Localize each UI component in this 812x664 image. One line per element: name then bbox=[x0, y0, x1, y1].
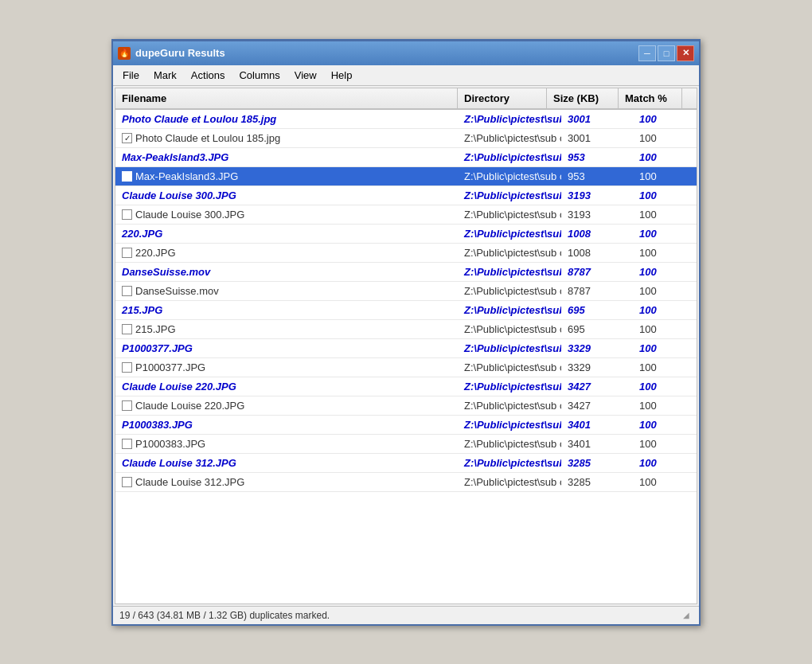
cell-filename: P1000377.JPG bbox=[115, 358, 458, 377]
cell-match: 100 bbox=[633, 320, 697, 338]
cell-directory: Z:\Public\pictest\sub copy bbox=[458, 358, 561, 377]
cell-filename: 220.JPG bbox=[115, 244, 458, 262]
cell-size: 8787 bbox=[561, 282, 633, 300]
table-row[interactable]: Max-PeakIsland3.JPG Z:\Public\pictest\su… bbox=[115, 148, 697, 167]
menu-view[interactable]: View bbox=[288, 67, 323, 84]
table-header: Filename Directory Size (KB) Match % bbox=[115, 88, 697, 110]
row-checkbox[interactable] bbox=[122, 324, 132, 334]
cell-filename: Claude Louise 312.JPG bbox=[115, 473, 458, 491]
cell-directory: Z:\Public\pictest\sub copy bbox=[458, 167, 561, 186]
cell-match: 100 bbox=[633, 110, 697, 128]
table-body[interactable]: Photo Claude et Loulou 185.jpg Z:\Public… bbox=[115, 110, 697, 603]
close-button[interactable]: ✕ bbox=[677, 45, 694, 61]
cell-size: 953 bbox=[561, 148, 633, 166]
cell-size: 3285 bbox=[561, 473, 633, 491]
cell-size: 1008 bbox=[561, 244, 633, 262]
col-header-match[interactable]: Match % bbox=[619, 88, 682, 108]
table-row[interactable]: 215.JPG Z:\Public\pictest\sub copy 695 1… bbox=[115, 320, 697, 339]
row-checkbox[interactable] bbox=[122, 362, 132, 373]
table-row[interactable]: Claude Louise 300.JPG Z:\Public\pictest\… bbox=[115, 186, 697, 205]
cell-size: 3401 bbox=[561, 435, 633, 453]
cell-directory: Z:\Public\pictest\sub bbox=[458, 110, 561, 128]
table-row[interactable]: 215.JPG Z:\Public\pictest\sub 695 100 bbox=[115, 301, 697, 320]
row-checkbox[interactable] bbox=[122, 439, 132, 449]
col-header-filename[interactable]: Filename bbox=[115, 88, 458, 108]
app-icon: 🔥 bbox=[118, 47, 131, 60]
table-row[interactable]: Photo Claude et Loulou 185.jpg Z:\Public… bbox=[115, 129, 697, 148]
menu-columns[interactable]: Columns bbox=[232, 67, 286, 84]
col-header-size[interactable]: Size (KB) bbox=[547, 88, 619, 108]
table-row[interactable]: Max-PeakIsland3.JPG Z:\Public\pictest\su… bbox=[115, 167, 697, 186]
cell-match: 100 bbox=[633, 435, 697, 453]
row-checkbox[interactable] bbox=[122, 248, 132, 258]
cell-size: 8787 bbox=[561, 263, 633, 281]
table-row[interactable]: Claude Louise 300.JPG Z:\Public\pictest\… bbox=[115, 205, 697, 225]
cell-filename: P1000383.JPG bbox=[115, 435, 458, 453]
cell-match: 100 bbox=[633, 129, 697, 147]
cell-match: 100 bbox=[633, 225, 697, 243]
cell-filename: Photo Claude et Loulou 185.jpg bbox=[115, 129, 458, 147]
cell-directory: Z:\Public\pictest\sub bbox=[458, 186, 561, 205]
menu-mark[interactable]: Mark bbox=[147, 67, 183, 84]
row-checkbox[interactable] bbox=[122, 477, 132, 487]
menu-actions[interactable]: Actions bbox=[185, 67, 232, 84]
cell-filename: Max-PeakIsland3.JPG bbox=[115, 148, 458, 166]
cell-directory: Z:\Public\pictest\sub copy bbox=[458, 320, 561, 338]
cell-directory: Z:\Public\pictest\sub bbox=[458, 339, 561, 357]
table-row[interactable]: Photo Claude et Loulou 185.jpg Z:\Public… bbox=[115, 110, 697, 129]
cell-match: 100 bbox=[633, 244, 697, 262]
cell-size: 3329 bbox=[561, 339, 633, 357]
status-bar: 19 / 643 (34.81 MB / 1.32 GB) duplicates… bbox=[113, 606, 699, 624]
title-bar-left: 🔥 dupeGuru Results bbox=[118, 47, 225, 60]
table-row[interactable]: Claude Louise 312.JPG Z:\Public\pictest\… bbox=[115, 454, 697, 473]
table-row[interactable]: P1000377.JPG Z:\Public\pictest\sub 3329 … bbox=[115, 339, 697, 358]
menu-file[interactable]: File bbox=[116, 67, 146, 84]
row-checkbox[interactable] bbox=[122, 286, 132, 296]
cell-filename: Claude Louise 220.JPG bbox=[115, 377, 458, 396]
cell-size: 953 bbox=[561, 167, 633, 186]
cell-size: 3427 bbox=[561, 396, 633, 415]
cell-filename: Claude Louise 220.JPG bbox=[115, 396, 458, 415]
cell-filename: Claude Louise 300.JPG bbox=[115, 186, 458, 205]
table-row[interactable]: P1000383.JPG Z:\Public\pictest\sub 3401 … bbox=[115, 416, 697, 435]
cell-match: 100 bbox=[633, 186, 697, 205]
table-row[interactable]: DanseSuisse.mov Z:\Public\pictest\sub co… bbox=[115, 282, 697, 301]
cell-match: 100 bbox=[633, 282, 697, 300]
table-row[interactable]: Claude Louise 312.JPG Z:\Public\pictest\… bbox=[115, 473, 697, 492]
cell-filename: Claude Louise 312.JPG bbox=[115, 454, 458, 472]
table-row[interactable]: Claude Louise 220.JPG Z:\Public\pictest\… bbox=[115, 396, 697, 416]
table-row[interactable]: 220.JPG Z:\Public\pictest\sub 1008 100 bbox=[115, 225, 697, 244]
row-checkbox[interactable] bbox=[122, 209, 132, 220]
cell-directory: Z:\Public\pictest\sub bbox=[458, 301, 561, 319]
cell-directory: Z:\Public\pictest\sub copy bbox=[458, 244, 561, 262]
table-row[interactable]: Claude Louise 220.JPG Z:\Public\pictest\… bbox=[115, 377, 697, 396]
cell-size: 3329 bbox=[561, 358, 633, 377]
cell-size: 3427 bbox=[561, 377, 633, 396]
window-title: dupeGuru Results bbox=[135, 47, 225, 59]
table-row[interactable]: P1000383.JPG Z:\Public\pictest\sub copy … bbox=[115, 435, 697, 454]
table-row[interactable]: P1000377.JPG Z:\Public\pictest\sub copy … bbox=[115, 358, 697, 377]
cell-match: 100 bbox=[633, 167, 697, 186]
cell-directory: Z:\Public\pictest\sub copy bbox=[458, 129, 561, 147]
row-checkbox[interactable] bbox=[122, 133, 132, 143]
menu-help[interactable]: Help bbox=[325, 67, 359, 84]
cell-match: 100 bbox=[633, 339, 697, 357]
cell-filename: DanseSuisse.mov bbox=[115, 282, 458, 300]
cell-filename: 215.JPG bbox=[115, 301, 458, 319]
maximize-button[interactable]: □ bbox=[658, 45, 675, 61]
cell-match: 100 bbox=[633, 396, 697, 415]
cell-directory: Z:\Public\pictest\sub copy bbox=[458, 473, 561, 491]
cell-size: 3401 bbox=[561, 416, 633, 434]
row-checkbox[interactable] bbox=[122, 171, 132, 182]
row-checkbox[interactable] bbox=[122, 400, 132, 411]
cell-directory: Z:\Public\pictest\sub copy bbox=[458, 205, 561, 224]
table-row[interactable]: 220.JPG Z:\Public\pictest\sub copy 1008 … bbox=[115, 244, 697, 263]
cell-filename: P1000377.JPG bbox=[115, 339, 458, 357]
title-bar: 🔥 dupeGuru Results ─ □ ✕ bbox=[113, 41, 699, 65]
cell-size: 1008 bbox=[561, 225, 633, 243]
cell-size: 3285 bbox=[561, 454, 633, 472]
cell-size: 3001 bbox=[561, 110, 633, 128]
table-row[interactable]: DanseSuisse.mov Z:\Public\pictest\sub 87… bbox=[115, 263, 697, 282]
col-header-directory[interactable]: Directory bbox=[458, 88, 547, 108]
minimize-button[interactable]: ─ bbox=[638, 45, 656, 61]
